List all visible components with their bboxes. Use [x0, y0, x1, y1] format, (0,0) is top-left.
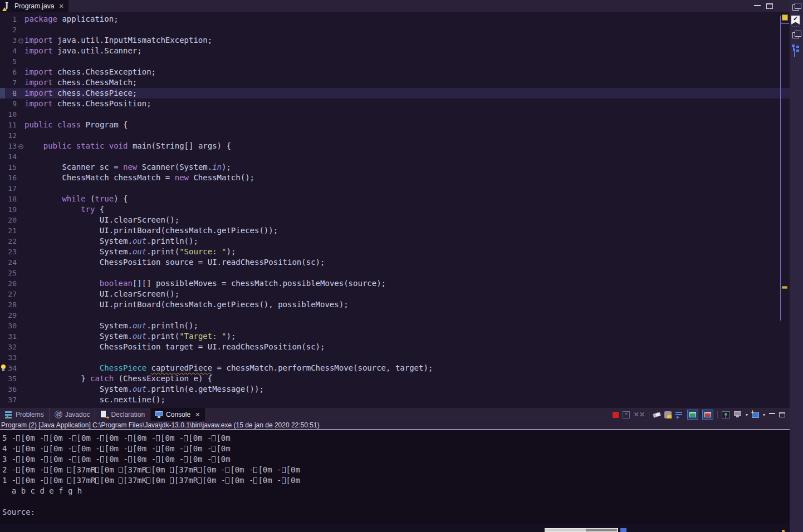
tab-declaration[interactable]: Declaration [95, 408, 150, 421]
code-line[interactable]: 18 while (true) { [0, 194, 790, 204]
show-console-on-stderr-toggle[interactable] [702, 410, 713, 420]
outline-view-icon[interactable] [792, 45, 800, 52]
show-console-on-stdout-toggle[interactable] [687, 410, 698, 420]
line-number[interactable]: 30 [0, 321, 17, 331]
line-number[interactable]: 19 [0, 204, 17, 215]
code-line[interactable]: 6import chess.ChessException; [0, 67, 790, 77]
line-number[interactable]: 15 [0, 162, 17, 173]
overview-warning-marker[interactable] [782, 286, 787, 289]
code-line[interactable]: 36 System.out.println(e.getMessage()); [0, 384, 790, 395]
line-number[interactable]: 22 [0, 236, 17, 247]
line-number[interactable]: 9 [0, 98, 17, 109]
line-number[interactable]: 12 [0, 130, 17, 141]
close-console-tab-icon[interactable]: ✕ [195, 411, 200, 418]
open-console-dropdown-icon[interactable]: ▾ [763, 412, 765, 417]
line-number[interactable]: 6 [0, 67, 17, 77]
line-number[interactable]: 7 [0, 77, 17, 88]
line-number[interactable]: 10 [0, 109, 17, 120]
code-line[interactable]: 23 System.out.print("Source: "); [0, 247, 790, 257]
display-selected-console-button[interactable] [734, 411, 742, 418]
line-number[interactable]: 35 [0, 373, 17, 384]
code-line[interactable]: 24 ChessPosition source = UI.readChessPo… [0, 257, 790, 268]
code-line[interactable]: 32 ChessPosition target = UI.readChessPo… [0, 342, 790, 352]
maximize-editor-icon[interactable] [766, 3, 773, 9]
line-number[interactable]: 13 [0, 141, 17, 151]
code-line[interactable]: 33 [0, 352, 790, 363]
line-number[interactable]: 16 [0, 173, 17, 183]
code-line[interactable]: 34 ChessPiece capturedPiece = chessMatch… [0, 363, 790, 373]
line-number[interactable]: 2 [0, 24, 17, 35]
close-tab-icon[interactable]: ✕ [58, 3, 63, 10]
code-line[interactable]: 8import chess.ChessPiece; [0, 88, 790, 98]
line-number[interactable]: 37 [0, 395, 17, 405]
line-number[interactable]: 26 [0, 278, 17, 289]
word-wrap-button[interactable] [675, 411, 683, 418]
code-line[interactable]: 27 UI.clearScreen(); [0, 289, 790, 299]
line-number[interactable]: 24 [0, 257, 17, 268]
code-line[interactable]: 30 System.out.println(); [0, 321, 790, 331]
line-number[interactable]: 11 [0, 120, 17, 130]
line-number[interactable]: 29 [0, 310, 17, 321]
code-line[interactable]: 2 [0, 24, 790, 35]
code-line[interactable]: 16 ChessMatch chessMatch = new ChessMatc… [0, 173, 790, 183]
clear-console-button[interactable] [653, 412, 661, 418]
console-output[interactable]: 5 -[0m -[0m -[0m -[0m -[0m -[0m -[0m -[0… [0, 430, 790, 524]
code-line[interactable]: 4import java.util.Scanner; [0, 46, 790, 56]
quickfix-lightbulb-icon[interactable] [1, 364, 6, 372]
line-number[interactable]: 27 [0, 289, 17, 299]
fold-collapse-icon[interactable] [18, 144, 23, 149]
restore-view-icon-2[interactable] [792, 32, 799, 38]
code-line[interactable]: 37 sc.nextLine(); [0, 395, 790, 405]
line-number[interactable]: 5 [0, 56, 17, 67]
code-line[interactable]: 3import java.util.InputMismatchException… [0, 35, 790, 46]
code-line[interactable]: 21 UI.printBoard(chessMatch.getPieces())… [0, 225, 790, 236]
tab-javadoc[interactable]: Javadoc [50, 408, 96, 421]
minimize-panel-icon[interactable] [769, 413, 775, 416]
line-number[interactable]: 17 [0, 183, 17, 194]
code-line[interactable]: 14 [0, 151, 790, 162]
code-line[interactable]: 35 } catch (ChessException e) { [0, 373, 790, 384]
code-line[interactable]: 28 UI.printBoard(chessMatch.getPieces(),… [0, 299, 790, 310]
fold-collapse-icon[interactable] [18, 38, 23, 43]
line-number[interactable]: 32 [0, 342, 17, 352]
code-line[interactable]: 15 Scanner sc = new Scanner(System.in); [0, 162, 790, 173]
code-editor[interactable]: 1package application;23import java.util.… [0, 12, 790, 408]
line-number[interactable]: 14 [0, 151, 17, 162]
line-number[interactable]: 33 [0, 352, 17, 363]
minimize-editor-icon[interactable] [754, 5, 761, 7]
code-line[interactable]: 13 public static void main(String[] args… [0, 141, 790, 151]
line-number[interactable]: 25 [0, 268, 17, 278]
code-line[interactable]: 19 try { [0, 204, 790, 215]
code-line[interactable]: 17 [0, 183, 790, 194]
pin-console-button[interactable] [722, 411, 730, 418]
line-number[interactable]: 31 [0, 331, 17, 342]
terminate-button[interactable] [613, 412, 619, 418]
line-number[interactable]: 4 [0, 46, 17, 56]
code-line[interactable]: 11public class Program { [0, 120, 790, 130]
overview-warning-header-marker[interactable] [782, 14, 788, 21]
code-line[interactable]: 26 boolean[][] possibleMoves = chessMatc… [0, 278, 790, 289]
code-line[interactable]: 5 [0, 56, 790, 67]
code-line[interactable]: 25 [0, 268, 790, 278]
tab-program-java[interactable]: J Program.java ✕ [0, 0, 68, 12]
scroll-lock-button[interactable] [664, 411, 672, 418]
restore-view-icon[interactable] [792, 4, 799, 11]
code-line[interactable]: 20 UI.clearScreen(); [0, 215, 790, 225]
line-number[interactable]: 20 [0, 215, 17, 225]
code-line[interactable]: 1package application; [0, 14, 790, 24]
code-line[interactable]: 22 System.out.println(); [0, 236, 790, 247]
remove-all-terminated-button[interactable]: ✕✕ [634, 411, 645, 418]
overview-ruler[interactable] [781, 12, 790, 408]
line-number[interactable]: 23 [0, 247, 17, 257]
tab-console[interactable]: Console ✕ [150, 408, 205, 421]
remove-launch-button[interactable] [623, 411, 630, 418]
line-number[interactable]: 28 [0, 299, 17, 310]
display-console-dropdown-icon[interactable]: ▾ [746, 412, 748, 417]
code-line[interactable]: 29 [0, 310, 790, 321]
open-console-button[interactable] [752, 412, 759, 418]
line-number[interactable]: 21 [0, 225, 17, 236]
tab-problems[interactable]: ✓ Problems [0, 408, 50, 421]
code-line[interactable]: 7import chess.ChessMatch; [0, 77, 790, 88]
code-line[interactable]: 31 System.out.print("Target: "); [0, 331, 790, 342]
code-line[interactable]: 9import chess.ChessPosition; [0, 98, 790, 109]
